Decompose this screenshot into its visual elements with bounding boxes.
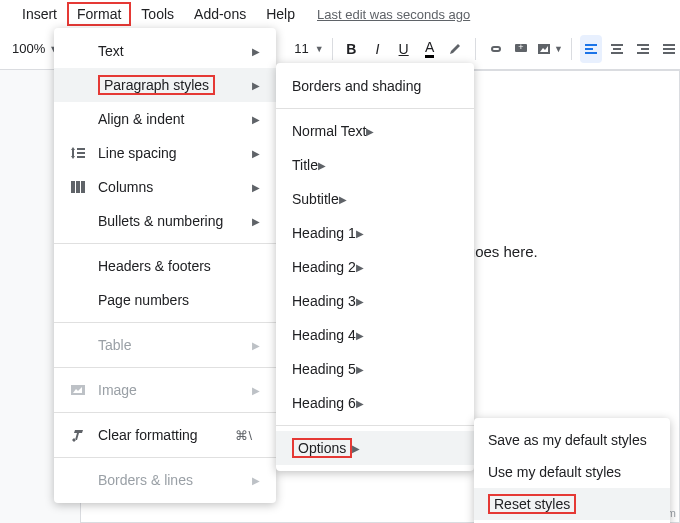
line-spacing-icon: [70, 145, 98, 161]
font-size-selector[interactable]: 11 ▼: [294, 41, 323, 56]
chevron-right-icon: ▶: [356, 330, 364, 341]
menu-label: Borders and shading: [292, 78, 421, 94]
menu-divider: [276, 425, 474, 426]
chevron-right-icon: ▶: [356, 296, 364, 307]
align-right-button[interactable]: [632, 35, 654, 63]
menu-help[interactable]: Help: [256, 2, 305, 26]
highlighter-icon: [448, 41, 464, 57]
chevron-right-icon: ▶: [318, 160, 326, 171]
style-heading-5[interactable]: Heading 5 ▶: [276, 352, 474, 386]
menu-divider: [54, 322, 276, 323]
svg-text:+: +: [518, 42, 523, 52]
paragraph-styles-submenu: Borders and shading Normal Text ▶ Title …: [276, 63, 474, 471]
use-default-styles[interactable]: Use my default styles: [474, 456, 670, 488]
menu-tools[interactable]: Tools: [131, 2, 184, 26]
chevron-right-icon: ▶: [252, 46, 260, 57]
menu-label: Options: [292, 438, 352, 458]
style-normal-text[interactable]: Normal Text ▶: [276, 114, 474, 148]
bold-button[interactable]: B: [340, 35, 362, 63]
format-image: Image ▶: [54, 373, 276, 407]
svg-rect-7: [71, 385, 85, 395]
menu-label: Align & indent: [98, 111, 252, 127]
clear-formatting-icon: [70, 427, 98, 443]
chevron-right-icon: ▶: [366, 126, 374, 137]
underline-button[interactable]: U: [393, 35, 415, 63]
align-center-button[interactable]: [606, 35, 628, 63]
align-justify-button[interactable]: [658, 35, 680, 63]
menu-label: Text: [98, 43, 252, 59]
text-color-button[interactable]: A: [419, 35, 441, 63]
chevron-right-icon: ▶: [356, 228, 364, 239]
chevron-right-icon: ▶: [252, 385, 260, 396]
menu-label: Table: [98, 337, 252, 353]
align-left-button[interactable]: [580, 35, 602, 63]
format-text[interactable]: Text ▶: [54, 34, 276, 68]
image-icon: [536, 41, 552, 57]
format-table: Table ▶: [54, 328, 276, 362]
format-align-indent[interactable]: Align & indent ▶: [54, 102, 276, 136]
format-line-spacing[interactable]: Line spacing ▶: [54, 136, 276, 170]
svg-rect-5: [76, 181, 80, 193]
align-center-icon: [609, 41, 625, 57]
style-options[interactable]: Options ▶: [276, 431, 474, 465]
save-default-styles[interactable]: Save as my default styles: [474, 424, 670, 456]
menu-label: Heading 1: [292, 225, 356, 241]
menu-label: Image: [98, 382, 252, 398]
style-heading-6[interactable]: Heading 6 ▶: [276, 386, 474, 420]
format-headers-footers[interactable]: Headers & footers: [54, 249, 276, 283]
format-paragraph-styles[interactable]: Paragraph styles ▶: [54, 68, 276, 102]
format-bullets-numbering[interactable]: Bullets & numbering ▶: [54, 204, 276, 238]
menubar: Insert Format Tools Add-ons Help Last ed…: [0, 0, 680, 28]
menu-label: Normal Text: [292, 123, 366, 139]
format-borders-lines: Borders & lines ▶: [54, 463, 276, 497]
comment-button[interactable]: +: [510, 35, 532, 63]
format-clear-formatting[interactable]: Clear formatting ⌘\: [54, 418, 276, 452]
menu-insert[interactable]: Insert: [12, 2, 67, 26]
menu-label: Borders & lines: [98, 472, 252, 488]
highlight-button[interactable]: [445, 35, 467, 63]
keyboard-shortcut: ⌘\: [235, 428, 252, 443]
svg-rect-6: [81, 181, 85, 193]
comment-icon: +: [513, 41, 529, 57]
chevron-right-icon: ▶: [252, 216, 260, 227]
format-columns[interactable]: Columns ▶: [54, 170, 276, 204]
image-icon: [70, 382, 98, 398]
chevron-right-icon: ▶: [356, 262, 364, 273]
style-title[interactable]: Title ▶: [276, 148, 474, 182]
link-button[interactable]: [484, 35, 506, 63]
menu-label: Bullets & numbering: [98, 213, 252, 229]
italic-button[interactable]: I: [366, 35, 388, 63]
align-justify-icon: [661, 41, 677, 57]
menu-label: Subtitle: [292, 191, 339, 207]
style-heading-2[interactable]: Heading 2 ▶: [276, 250, 474, 284]
borders-and-shading[interactable]: Borders and shading: [276, 69, 474, 103]
image-button[interactable]: ▼: [536, 35, 563, 63]
columns-icon: [70, 179, 98, 195]
style-heading-1[interactable]: Heading 1 ▶: [276, 216, 474, 250]
menu-label: Heading 6: [292, 395, 356, 411]
style-subtitle[interactable]: Subtitle ▶: [276, 182, 474, 216]
zoom-value: 100%: [12, 41, 45, 56]
font-size-value: 11: [294, 41, 308, 56]
menu-label: Save as my default styles: [488, 432, 647, 448]
link-icon: [487, 41, 503, 57]
last-edit-link[interactable]: Last edit was seconds ago: [317, 7, 470, 22]
chevron-right-icon: ▶: [356, 398, 364, 409]
menu-format[interactable]: Format: [67, 2, 131, 26]
reset-styles[interactable]: Reset styles: [474, 488, 670, 520]
menu-label: Use my default styles: [488, 464, 621, 480]
chevron-right-icon: ▶: [356, 364, 364, 375]
menu-divider: [276, 108, 474, 109]
menu-label: Reset styles: [488, 494, 576, 514]
chevron-down-icon: ▼: [315, 44, 324, 54]
style-heading-4[interactable]: Heading 4 ▶: [276, 318, 474, 352]
style-heading-3[interactable]: Heading 3 ▶: [276, 284, 474, 318]
menu-divider: [54, 367, 276, 368]
chevron-right-icon: ▶: [252, 114, 260, 125]
format-page-numbers[interactable]: Page numbers: [54, 283, 276, 317]
menu-addons[interactable]: Add-ons: [184, 2, 256, 26]
menu-label: Paragraph styles: [98, 75, 252, 95]
chevron-right-icon: ▶: [252, 148, 260, 159]
menu-label: Heading 5: [292, 361, 356, 377]
chevron-right-icon: ▶: [339, 194, 347, 205]
